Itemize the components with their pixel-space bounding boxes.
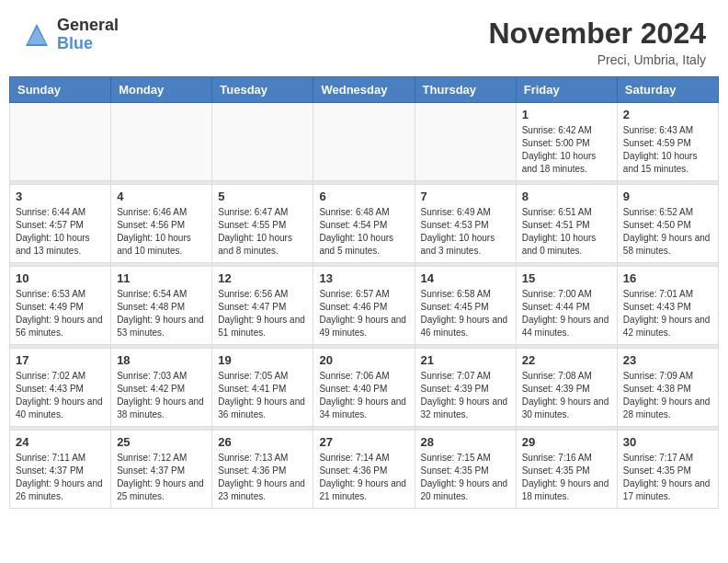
calendar-week-5: 24Sunrise: 7:11 AMSunset: 4:37 PMDayligh… <box>10 431 719 509</box>
calendar-week-2: 3Sunrise: 6:44 AMSunset: 4:57 PMDaylight… <box>10 185 719 263</box>
calendar-cell <box>415 103 516 181</box>
day-number: 11 <box>117 271 206 285</box>
day-info: Sunrise: 7:02 AMSunset: 4:43 PMDaylight:… <box>16 370 105 421</box>
calendar-cell: 24Sunrise: 7:11 AMSunset: 4:37 PMDayligh… <box>10 431 111 509</box>
day-number: 25 <box>117 435 206 449</box>
logo-general: General <box>57 17 119 35</box>
day-info: Sunrise: 7:14 AMSunset: 4:36 PMDaylight:… <box>319 452 408 503</box>
day-number: 6 <box>319 190 408 203</box>
calendar-cell: 11Sunrise: 6:54 AMSunset: 4:48 PMDayligh… <box>111 267 212 345</box>
day-info: Sunrise: 6:47 AMSunset: 4:55 PMDaylight:… <box>218 206 307 258</box>
day-info: Sunrise: 6:44 AMSunset: 4:57 PMDaylight:… <box>16 206 105 258</box>
day-number: 10 <box>16 271 105 285</box>
page-header: General Blue November 2024 Preci, Umbria… <box>0 0 728 76</box>
calendar-cell: 16Sunrise: 7:01 AMSunset: 4:43 PMDayligh… <box>617 267 718 345</box>
day-number: 7 <box>421 190 510 203</box>
calendar-cell: 27Sunrise: 7:14 AMSunset: 4:36 PMDayligh… <box>313 431 415 509</box>
day-number: 5 <box>218 190 307 203</box>
day-info: Sunrise: 7:08 AMSunset: 4:39 PMDaylight:… <box>522 370 611 421</box>
calendar-cell: 8Sunrise: 6:51 AMSunset: 4:51 PMDaylight… <box>516 185 617 263</box>
day-number: 2 <box>623 108 712 121</box>
header-wednesday: Wednesday <box>313 77 415 103</box>
calendar-cell <box>212 103 313 181</box>
day-info: Sunrise: 7:03 AMSunset: 4:42 PMDaylight:… <box>117 370 206 421</box>
day-number: 16 <box>623 271 712 285</box>
day-info: Sunrise: 7:00 AMSunset: 4:44 PMDaylight:… <box>522 288 611 339</box>
day-number: 21 <box>421 353 510 367</box>
calendar-cell: 7Sunrise: 6:49 AMSunset: 4:53 PMDaylight… <box>415 185 516 263</box>
day-info: Sunrise: 6:54 AMSunset: 4:48 PMDaylight:… <box>117 288 206 339</box>
calendar-header-row: Sunday Monday Tuesday Wednesday Thursday… <box>10 77 719 103</box>
day-number: 18 <box>117 353 206 367</box>
day-info: Sunrise: 7:05 AMSunset: 4:41 PMDaylight:… <box>218 370 307 421</box>
day-info: Sunrise: 6:42 AMSunset: 5:00 PMDaylight:… <box>522 124 611 176</box>
calendar-cell: 5Sunrise: 6:47 AMSunset: 4:55 PMDaylight… <box>212 185 313 263</box>
day-info: Sunrise: 6:43 AMSunset: 4:59 PMDaylight:… <box>623 124 712 176</box>
day-number: 17 <box>16 353 105 367</box>
header-tuesday: Tuesday <box>212 77 313 103</box>
day-number: 4 <box>117 190 206 203</box>
month-title: November 2024 <box>488 17 706 51</box>
day-number: 28 <box>421 435 510 449</box>
calendar-cell: 26Sunrise: 7:13 AMSunset: 4:36 PMDayligh… <box>212 431 313 509</box>
calendar-cell: 20Sunrise: 7:06 AMSunset: 4:40 PMDayligh… <box>313 349 415 427</box>
calendar-cell: 17Sunrise: 7:02 AMSunset: 4:43 PMDayligh… <box>10 349 111 427</box>
calendar-week-4: 17Sunrise: 7:02 AMSunset: 4:43 PMDayligh… <box>10 349 719 427</box>
header-saturday: Saturday <box>617 77 718 103</box>
logo-blue: Blue <box>57 35 119 53</box>
day-number: 20 <box>319 353 408 367</box>
day-info: Sunrise: 6:57 AMSunset: 4:46 PMDaylight:… <box>319 288 408 339</box>
calendar-cell: 4Sunrise: 6:46 AMSunset: 4:56 PMDaylight… <box>111 185 212 263</box>
day-info: Sunrise: 7:01 AMSunset: 4:43 PMDaylight:… <box>623 288 712 339</box>
day-number: 27 <box>319 435 408 449</box>
calendar-cell: 29Sunrise: 7:16 AMSunset: 4:35 PMDayligh… <box>516 431 617 509</box>
calendar-cell: 10Sunrise: 6:53 AMSunset: 4:49 PMDayligh… <box>10 267 111 345</box>
calendar-cell: 25Sunrise: 7:12 AMSunset: 4:37 PMDayligh… <box>111 431 212 509</box>
day-number: 9 <box>623 190 712 203</box>
day-number: 19 <box>218 353 307 367</box>
day-info: Sunrise: 6:58 AMSunset: 4:45 PMDaylight:… <box>421 288 510 339</box>
day-info: Sunrise: 6:48 AMSunset: 4:54 PMDaylight:… <box>319 206 408 258</box>
day-number: 8 <box>522 190 611 203</box>
calendar-week-3: 10Sunrise: 6:53 AMSunset: 4:49 PMDayligh… <box>10 267 719 345</box>
calendar-cell <box>313 103 415 181</box>
calendar-cell: 9Sunrise: 6:52 AMSunset: 4:50 PMDaylight… <box>617 185 718 263</box>
day-number: 23 <box>623 353 712 367</box>
svg-marker-1 <box>28 28 46 44</box>
day-number: 13 <box>319 271 408 285</box>
header-sunday: Sunday <box>10 77 111 103</box>
calendar-cell: 6Sunrise: 6:48 AMSunset: 4:54 PMDaylight… <box>313 185 415 263</box>
logo-icon <box>22 20 51 50</box>
day-info: Sunrise: 7:13 AMSunset: 4:36 PMDaylight:… <box>218 452 307 503</box>
calendar-cell: 19Sunrise: 7:05 AMSunset: 4:41 PMDayligh… <box>212 349 313 427</box>
calendar-cell: 3Sunrise: 6:44 AMSunset: 4:57 PMDaylight… <box>10 185 111 263</box>
calendar-cell: 28Sunrise: 7:15 AMSunset: 4:35 PMDayligh… <box>415 431 516 509</box>
day-number: 26 <box>218 435 307 449</box>
day-info: Sunrise: 6:56 AMSunset: 4:47 PMDaylight:… <box>218 288 307 339</box>
day-number: 14 <box>421 271 510 285</box>
day-number: 12 <box>218 271 307 285</box>
calendar-cell <box>111 103 212 181</box>
day-info: Sunrise: 7:06 AMSunset: 4:40 PMDaylight:… <box>319 370 408 421</box>
day-info: Sunrise: 6:53 AMSunset: 4:49 PMDaylight:… <box>16 288 105 339</box>
day-number: 22 <box>522 353 611 367</box>
calendar-cell: 23Sunrise: 7:09 AMSunset: 4:38 PMDayligh… <box>617 349 718 427</box>
logo: General Blue <box>22 17 119 53</box>
day-info: Sunrise: 6:46 AMSunset: 4:56 PMDaylight:… <box>117 206 206 258</box>
day-info: Sunrise: 7:16 AMSunset: 4:35 PMDaylight:… <box>522 452 611 503</box>
day-number: 1 <box>522 108 611 121</box>
day-info: Sunrise: 7:09 AMSunset: 4:38 PMDaylight:… <box>623 370 712 421</box>
calendar-cell: 22Sunrise: 7:08 AMSunset: 4:39 PMDayligh… <box>516 349 617 427</box>
calendar-cell: 13Sunrise: 6:57 AMSunset: 4:46 PMDayligh… <box>313 267 415 345</box>
calendar-cell: 21Sunrise: 7:07 AMSunset: 4:39 PMDayligh… <box>415 349 516 427</box>
day-number: 30 <box>623 435 712 449</box>
day-info: Sunrise: 6:52 AMSunset: 4:50 PMDaylight:… <box>623 206 712 258</box>
day-number: 24 <box>16 435 105 449</box>
day-info: Sunrise: 7:11 AMSunset: 4:37 PMDaylight:… <box>16 452 105 503</box>
calendar-cell: 2Sunrise: 6:43 AMSunset: 4:59 PMDaylight… <box>617 103 718 181</box>
calendar-cell: 14Sunrise: 6:58 AMSunset: 4:45 PMDayligh… <box>415 267 516 345</box>
day-info: Sunrise: 7:12 AMSunset: 4:37 PMDaylight:… <box>117 452 206 503</box>
day-info: Sunrise: 7:15 AMSunset: 4:35 PMDaylight:… <box>421 452 510 503</box>
day-number: 29 <box>522 435 611 449</box>
day-info: Sunrise: 6:49 AMSunset: 4:53 PMDaylight:… <box>421 206 510 258</box>
